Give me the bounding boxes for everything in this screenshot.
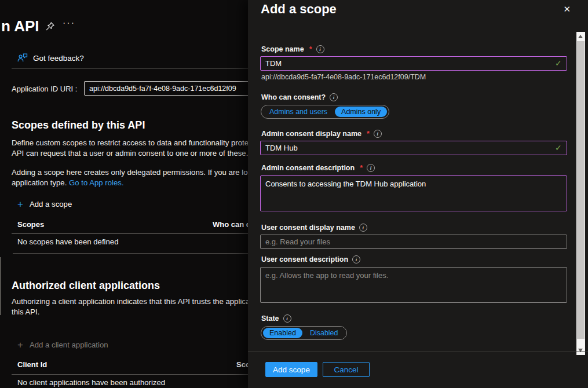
info-icon[interactable]: i (316, 45, 324, 53)
admins-only-option[interactable]: Admins only (335, 107, 387, 117)
user-consent-description-label: User consent description i (261, 255, 360, 263)
user-consent-display-name-label: User consent display name i (261, 224, 367, 232)
expose-api-blade: n API ··· Got feedback? Application ID U… (0, 0, 248, 388)
footer-divider (248, 352, 588, 352)
add-a-scope-button[interactable]: + Add a scope (17, 199, 72, 209)
feedback-icon (17, 53, 28, 63)
divider (13, 253, 248, 254)
plus-icon: + (17, 199, 23, 209)
scopes-column-header: Scopes (17, 220, 44, 229)
required-asterisk: * (367, 130, 370, 138)
panel-title: Add a scope (261, 2, 337, 17)
go-to-app-roles-link[interactable]: Go to App roles. (69, 178, 124, 187)
divider (12, 233, 248, 234)
scope-name-helper: api://dbcda9d5-fa7f-4e08-9adc-171ec6d12f… (261, 73, 426, 81)
scopes-section-heading: Scopes defined by this API (12, 119, 145, 131)
scopes-note: Adding a scope here creates only delegat… (12, 167, 248, 188)
feedback-button[interactable]: Got feedback? (17, 53, 84, 63)
enabled-option[interactable]: Enabled (263, 328, 302, 338)
user-consent-description-textarea[interactable] (260, 267, 567, 303)
admins-and-users-option[interactable]: Admins and users (263, 107, 334, 117)
pin-icon[interactable] (45, 21, 55, 31)
admin-consent-description-textarea[interactable]: Consents to accessing the TDM Hub applic… (260, 175, 567, 211)
admin-consent-display-name-input[interactable] (260, 141, 567, 155)
add-scope-panel: Add a scope ✕ Scope name * i ✓ api://dbc… (248, 0, 588, 388)
cancel-button[interactable]: Cancel (323, 362, 370, 377)
scrollbar-up-arrow[interactable] (578, 35, 583, 38)
disabled-option[interactable]: Disabled (304, 328, 345, 338)
clients-empty-row: No client applications have been authori… (17, 378, 165, 387)
app-id-uri-input[interactable] (84, 81, 248, 96)
who-can-consent-column-header: Who can c (213, 220, 248, 229)
scopes-empty-row: No scopes have been defined (17, 237, 119, 246)
add-client-application-button[interactable]: + Add a client application (17, 340, 108, 350)
divider (12, 68, 248, 69)
more-menu-icon[interactable]: ··· (63, 18, 75, 28)
required-asterisk: * (309, 45, 312, 53)
admin-consent-display-name-label: Admin consent display name * i (261, 130, 382, 138)
scope-name-input[interactable] (260, 56, 567, 71)
scrollbar-thumb[interactable] (577, 41, 585, 339)
info-icon[interactable]: i (352, 255, 360, 263)
scope-name-label: Scope name * i (261, 45, 324, 53)
authorized-clients-heading: Authorized client applications (12, 280, 160, 292)
required-asterisk: * (360, 164, 363, 172)
page-title: n API (1, 17, 39, 35)
state-label: State i (261, 314, 291, 323)
who-can-consent-toggle: Admins and users Admins only (261, 105, 389, 119)
app-id-uri-label: Application ID URI : (12, 85, 77, 93)
valid-check-icon: ✓ (555, 58, 562, 68)
panel-scrollbar[interactable] (576, 32, 585, 355)
info-icon[interactable]: i (359, 224, 367, 232)
client-id-column-header: Client Id (17, 360, 47, 369)
left-scrollbar-sliver[interactable] (0, 257, 1, 315)
info-icon[interactable]: i (367, 164, 375, 172)
scopes-description: Define custom scopes to restrict access … (12, 138, 248, 159)
close-icon[interactable]: ✕ (563, 4, 571, 14)
valid-check-icon: ✓ (555, 143, 562, 152)
admin-consent-description-label: Admin consent description * i (261, 164, 375, 172)
user-consent-display-name-input[interactable] (260, 235, 567, 249)
plus-icon: + (17, 340, 23, 350)
feedback-label: Got feedback? (33, 54, 84, 63)
who-can-consent-label: Who can consent? i (261, 93, 338, 101)
info-icon[interactable]: i (330, 93, 338, 101)
divider (12, 374, 248, 375)
authorized-clients-description: Authorizing a client application indicat… (12, 297, 248, 317)
scopes-col-header-clipped: Sco (236, 360, 248, 369)
state-toggle: Enabled Disabled (261, 326, 347, 340)
info-icon[interactable]: i (374, 130, 382, 138)
info-icon[interactable]: i (283, 314, 291, 323)
add-scope-submit-button[interactable]: Add scope (265, 362, 317, 377)
